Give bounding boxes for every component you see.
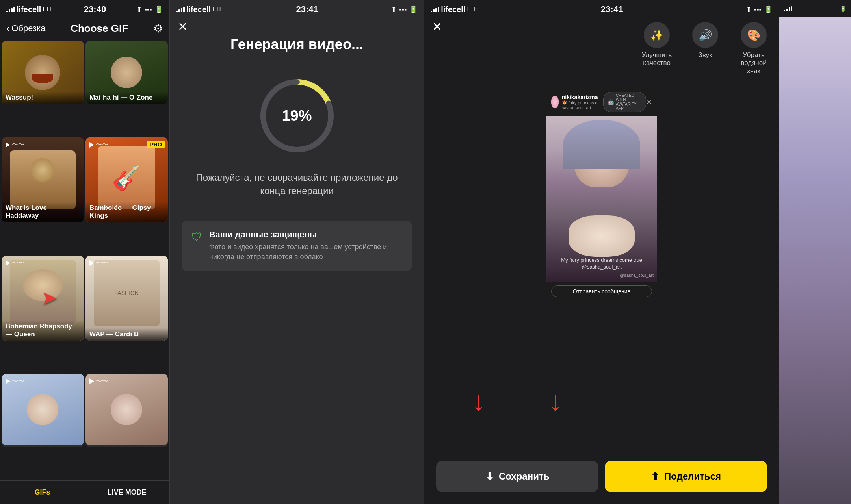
page-title: Choose GIF	[71, 22, 128, 35]
location-icon: ⬆	[136, 5, 142, 14]
no-watermark-icon: 🎨	[741, 22, 767, 48]
gif-play-gifs: 〜〜	[6, 377, 24, 385]
signal-icon	[176, 7, 185, 12]
signal-icon2: ▪▪▪	[145, 6, 152, 14]
gif-thumb-whatislove: 〜〜 What is Love — Haddaway	[2, 137, 84, 222]
play-triangle-icon	[89, 260, 94, 266]
gif-item-whatislove[interactable]: 〜〜 What is Love — Haddaway	[2, 137, 84, 222]
gif-item-wassup[interactable]: Wassup!	[2, 41, 84, 104]
settings-button[interactable]: ⚙	[153, 22, 163, 35]
gif-play-bohemian: 〜〜	[6, 259, 24, 267]
carrier-panel3: lifecell LTE	[431, 5, 478, 14]
gif-label-wassup: Wassup!	[2, 91, 84, 104]
arrow-down-left-icon: ↓	[472, 387, 485, 415]
tab-gifs[interactable]: GIFs	[0, 481, 85, 504]
battery-panel2: ⬆ ▪▪▪ 🔋	[391, 5, 418, 14]
card-close-icon[interactable]: ✕	[646, 98, 652, 106]
security-text: Ваши данные защищены Фото и видео хранят…	[209, 230, 403, 262]
gif-play-bamboleo: 〜〜	[89, 141, 108, 149]
user-details: nikikakarizma 🧚 fairy princess or sasha_…	[562, 94, 603, 110]
gif-label-bamboleo: Bamboléo — Gipsy Kings	[85, 202, 168, 222]
gif-item-bamboleo[interactable]: 🎸 〜〜 PRO Bamboléo — Gipsy Kings	[85, 137, 168, 222]
panel-generation: lifecell LTE 23:41 ⬆ ▪▪▪ 🔋 ✕ Генерация в…	[170, 0, 424, 504]
gif-thumb-bamboleo: 🎸 〜〜 PRO Bamboléo — Gipsy Kings	[85, 137, 168, 222]
security-box: 🛡 Ваши данные защищены Фото и видео хран…	[182, 221, 412, 271]
waveform-icon: 〜〜	[12, 259, 24, 267]
back-label: Обрезка	[11, 23, 45, 33]
tool-watermark[interactable]: 🎨 Убрать водяной знак	[738, 22, 769, 75]
username: nikikakarizma	[562, 94, 603, 100]
back-button[interactable]: ‹ Обрезка	[6, 22, 45, 35]
time-panel2: 23:41	[296, 4, 318, 15]
waveform-icon: 〜〜	[12, 377, 24, 385]
card-footer: Отправить сообщение	[546, 282, 657, 301]
tool-improve-label: Улучшить качество	[641, 51, 673, 67]
send-message-button[interactable]: Отправить сообщение	[551, 285, 652, 297]
battery-panel3: ⬆ ▪▪▪ 🔋	[746, 5, 773, 14]
waveform-icon: 〜〜	[96, 141, 108, 149]
carrier-panel2: lifecell LTE	[176, 5, 223, 14]
play-triangle-icon	[6, 260, 10, 266]
security-title: Ваши данные защищены	[209, 230, 403, 240]
selection-arrow-icon: ➤	[41, 287, 58, 309]
close-button-panel2[interactable]: ✕	[178, 20, 188, 33]
gif-grid: Wassup! Mai-ha-hi — O-Zone	[0, 39, 169, 480]
time-panel3: 23:41	[601, 4, 623, 15]
chevron-left-icon: ‹	[6, 22, 10, 35]
share-icon: ⬆	[651, 471, 660, 483]
shield-icon: 🛡	[191, 230, 202, 243]
progress-percentage: 19%	[282, 107, 312, 124]
avatarify-badge: 🤖 CREATED WITH AVATARIFY APP	[603, 92, 646, 112]
share-button[interactable]: ⬆ Поделиться	[605, 461, 767, 492]
tool-improve[interactable]: ✨ Улучшить качество	[641, 22, 673, 67]
close-button-panel3[interactable]: ✕	[432, 20, 442, 33]
gif-label-wap: WAP — Cardi B	[85, 328, 168, 341]
carrier-panel1: lifecell LTE	[6, 5, 54, 14]
gif-play-wap: 〜〜	[89, 259, 108, 267]
sparkle-icon: ✨	[644, 22, 670, 48]
waveform-icon: 〜〜	[12, 141, 24, 149]
bottom-buttons: ⬇ Сохранить ⬆ Поделиться	[424, 454, 779, 504]
gif-thumb-maihai: Mai-ha-hi — O-Zone	[85, 41, 168, 104]
tool-sound[interactable]: 🔊 Звук	[692, 22, 718, 59]
save-button[interactable]: ⬇ Сохранить	[436, 461, 598, 492]
gif-label-bohemian: Bohemian Rhapsody — Queen	[2, 320, 84, 341]
gif-item-live[interactable]: 〜〜	[85, 374, 168, 447]
download-icon: ⬇	[485, 471, 494, 483]
gif-play-whatislove: 〜〜	[6, 141, 24, 149]
video-preview-card: nikikakarizma 🧚 fairy princess or sasha_…	[546, 88, 657, 301]
waveform-icon: 〜〜	[96, 377, 108, 385]
bottom-tabs: GIFs LIVE MODE	[0, 480, 169, 504]
gif-item-bohemian[interactable]: 〜〜 Bohemian Rhapsody — Queen ➤	[2, 256, 84, 341]
toolbar-panel3: ✨ Улучшить качество 🔊 Звук 🎨 Убрать водя…	[632, 17, 779, 80]
gif-item-wap[interactable]: FASHION 〜〜 WAP — Cardi B	[85, 256, 168, 341]
panel-save-share: lifecell LTE 23:41 ⬆ ▪▪▪ 🔋 ✕ ✨ Улучшить …	[424, 0, 779, 504]
tab-live-mode[interactable]: LIVE MODE	[85, 481, 169, 504]
generation-subtitle: Пожалуйста, не сворачивайте приложение д…	[170, 171, 424, 197]
tool-sound-label: Звук	[699, 51, 712, 59]
progress-container: 19%	[170, 76, 424, 155]
time-panel1: 23:40	[84, 4, 106, 15]
status-bar-panel3: lifecell LTE 23:41 ⬆ ▪▪▪ 🔋	[424, 0, 779, 17]
pro-badge: PRO	[147, 141, 164, 148]
play-triangle-icon	[89, 378, 94, 384]
gif-label-maihai: Mai-ha-hi — O-Zone	[85, 91, 168, 104]
generation-title: Генерация видео...	[170, 36, 424, 53]
play-triangle-icon	[89, 142, 94, 148]
play-triangle-icon	[6, 142, 10, 148]
avatar	[551, 96, 559, 108]
arrow-down-right-icon: ↓	[548, 387, 562, 415]
panel-choose-gif: lifecell LTE 23:40 ⬆ ▪▪▪ 🔋 ‹ Обрезка Cho…	[0, 0, 169, 504]
video-content: My fairy princess dreams come true @sash…	[546, 116, 657, 282]
panel-right-peek: 🔋	[779, 0, 851, 504]
gif-thumb-gifs: 〜〜	[2, 374, 84, 445]
gif-item-maihai[interactable]: Mai-ha-hi — O-Zone	[85, 41, 168, 104]
user-info: nikikakarizma 🧚 fairy princess or sasha_…	[551, 94, 603, 110]
gif-thumb-live: 〜〜	[85, 374, 168, 445]
gif-thumb-wap: FASHION 〜〜 WAP — Cardi B	[85, 256, 168, 341]
preview-area: nikikakarizma 🧚 fairy princess or sasha_…	[424, 80, 779, 454]
gif-item-gifs[interactable]: 〜〜	[2, 374, 84, 447]
status-bar-panel2: lifecell LTE 23:41 ⬆ ▪▪▪ 🔋	[170, 0, 424, 17]
arrows-container: ↓ ↓	[472, 387, 562, 415]
waveform-icon: 〜〜	[96, 259, 108, 267]
